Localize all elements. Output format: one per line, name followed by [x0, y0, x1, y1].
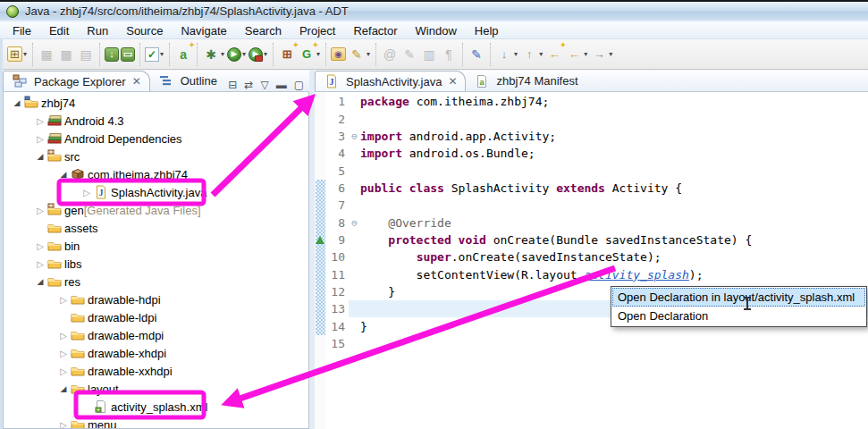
menu-item-help[interactable]: Help — [466, 23, 508, 38]
code-line[interactable]: 8⊖ @Override — [326, 214, 868, 231]
expand-arrow-icon[interactable]: ▷ — [34, 259, 46, 269]
expand-arrow-icon[interactable]: ▷ — [80, 188, 93, 198]
new-java-project-icon[interactable]: ⊞ — [278, 46, 296, 63]
code-line[interactable]: 9 protected void onCreate(Bundle savedIn… — [326, 231, 868, 248]
search-icon[interactable]: ✎ — [348, 46, 366, 63]
view-menu-icon[interactable]: ▽ — [260, 79, 268, 91]
expand-arrow-icon[interactable]: ▷ — [57, 331, 70, 341]
collapse-arrow-icon[interactable]: ◢ — [34, 152, 46, 161]
tree-item-bin[interactable]: ▷bin — [4, 237, 308, 255]
tree-item-android-dependencies[interactable]: ▷Android Dependencies — [4, 130, 308, 147]
menu-item-project[interactable]: Project — [291, 23, 344, 38]
editor-tab-splashactivity-java[interactable]: JSplashActivity.java✕ — [315, 71, 466, 91]
collapse-arrow-icon[interactable]: ◢ — [57, 170, 70, 179]
tree-item-drawable-xhdpi[interactable]: ▷drawable-xhdpi — [4, 344, 308, 362]
tree-item-drawable-hdpi[interactable]: ▷drawable-hdpi — [4, 290, 308, 308]
run-junit-test-icon[interactable]: ✓ — [145, 47, 159, 62]
collapse-all-icon[interactable]: ⊟ — [228, 79, 237, 91]
tree-item-libs[interactable]: ▷libs — [4, 255, 308, 273]
new-wizard-icon[interactable]: ⊞ — [7, 46, 22, 62]
code-hyperlink-activity-splash[interactable]: activity_splash — [584, 268, 688, 282]
run-external-tools-icon[interactable]: ▶ — [249, 47, 263, 62]
collapse-arrow-icon[interactable]: ◢ — [34, 277, 46, 286]
tree-item-layout[interactable]: ◢layout — [4, 380, 308, 398]
forward-icon[interactable]: → — [590, 46, 608, 63]
code-line[interactable]: 2 — [326, 110, 868, 127]
save-icon[interactable]: ▦ — [38, 46, 55, 63]
expand-arrow-icon[interactable]: ▷ — [57, 295, 70, 305]
expand-arrow-icon[interactable]: ▷ — [57, 420, 70, 429]
maximize-icon[interactable]: ▢ — [294, 79, 304, 91]
collapse-arrow-icon[interactable]: ◢ — [11, 98, 23, 107]
popup-item-open-declaration-in-layout-activity-spla[interactable]: Open Declaration in layout/activity_spla… — [612, 288, 865, 307]
tree-item-zhbj74[interactable]: ◢zhbj74 — [4, 94, 308, 112]
code-line[interactable]: 6public class SplashActivity extends Act… — [326, 180, 868, 197]
code-line[interactable]: 5 — [326, 162, 868, 179]
tree-item-com-itheima-zhbj74[interactable]: ◢com.itheima.zhbj74 — [4, 165, 308, 183]
tree-item-drawable-ldpi[interactable]: drawable-ldpi — [4, 308, 308, 326]
editor-code-area[interactable]: 1package com.itheima.zhbj74;23⊖import an… — [326, 93, 868, 429]
menu-item-run[interactable]: Run — [78, 23, 117, 38]
project-tree[interactable]: ◢zhbj74▷Android 4.3▷Android Dependencies… — [4, 92, 308, 429]
collapse-arrow-icon[interactable]: ◢ — [57, 384, 70, 393]
tree-item-gen[interactable]: ▷gen [Generated Java Files] — [4, 201, 308, 219]
view-tab-outline[interactable]: Outline — [150, 71, 225, 91]
expand-arrow-icon[interactable]: ▷ — [34, 206, 46, 215]
show-whitespace-icon[interactable]: ¶ — [440, 46, 458, 63]
tree-item-drawable-mdpi[interactable]: ▷drawable-mdpi — [4, 326, 308, 344]
save-all-icon[interactable]: ▩ — [57, 46, 75, 63]
expand-arrow-icon[interactable]: ▷ — [34, 241, 46, 251]
tree-item-activity-splash-xml[interactable]: activity_splash.xml — [4, 398, 308, 416]
minimize-icon[interactable]: ▬ — [276, 79, 287, 91]
expand-arrow-icon[interactable]: ▷ — [57, 366, 70, 376]
new-web-application-dropdown-icon[interactable]: ▾ — [316, 50, 320, 58]
fold-collapse-icon[interactable]: ⊖ — [349, 217, 360, 229]
tab-close-icon[interactable]: ✕ — [132, 75, 141, 88]
popup-item-open-declaration[interactable]: Open Declaration — [612, 307, 865, 325]
android-virtual-device-manager-icon[interactable]: ▭ — [121, 47, 135, 62]
expand-arrow-icon[interactable]: ▷ — [34, 134, 46, 144]
mark-occurrences-icon[interactable]: ✎ — [468, 46, 485, 63]
fold-collapse-icon[interactable]: ⊖ — [349, 130, 360, 142]
next-annotation-icon[interactable]: ↓ — [495, 46, 513, 63]
external-javadoc-icon[interactable]: @ — [381, 46, 399, 63]
tree-item-drawable-xxhdpi[interactable]: ▷drawable-xxhdpi — [4, 362, 308, 380]
forward-dropdown-icon[interactable]: ▾ — [609, 50, 612, 58]
run-junit-test-dropdown-icon[interactable]: ▾ — [160, 50, 164, 58]
menu-item-refactor[interactable]: Refactor — [344, 23, 406, 38]
tree-item-res[interactable]: ◢res — [4, 273, 308, 290]
back-icon[interactable]: ← — [565, 46, 583, 63]
run-external-tools-dropdown-icon[interactable]: ▾ — [264, 50, 267, 58]
open-type-icon[interactable]: ◉ — [331, 47, 346, 61]
menu-item-window[interactable]: Window — [407, 23, 466, 38]
expand-arrow-icon[interactable]: ▷ — [34, 116, 46, 126]
search-dropdown-icon[interactable]: ▾ — [367, 50, 370, 58]
code-line[interactable]: 15 — [326, 335, 868, 352]
previous-annotation-icon[interactable]: ↑ — [520, 46, 538, 63]
editor-tab-zhbj74-manifest[interactable]: azhbj74 Manifest — [466, 71, 586, 91]
tree-item-android-4-3[interactable]: ▷Android 4.3 — [4, 112, 308, 130]
back-dropdown-icon[interactable]: ▾ — [584, 50, 587, 58]
menu-item-navigate[interactable]: Navigate — [172, 23, 235, 38]
tree-item-src[interactable]: ◢src — [4, 147, 308, 165]
edit-icon[interactable]: ✎ — [400, 46, 418, 63]
new-android-application-icon[interactable]: a — [174, 46, 192, 63]
menu-item-source[interactable]: Source — [117, 23, 172, 38]
menu-item-edit[interactable]: Edit — [40, 23, 78, 38]
code-line[interactable]: 10 super.onCreate(savedInstanceState); — [326, 248, 868, 265]
menu-item-file[interactable]: File — [4, 23, 40, 38]
next-annotation-dropdown-icon[interactable]: ▾ — [514, 50, 518, 58]
last-edit-location-icon[interactable]: ← — [545, 46, 563, 63]
tab-close-icon[interactable]: ✕ — [448, 75, 457, 88]
new-wizard-dropdown-icon[interactable]: ▾ — [23, 50, 27, 58]
code-line[interactable]: 7 — [326, 197, 868, 214]
view-tab-package-explorer[interactable]: Package Explorer✕ — [3, 71, 150, 91]
code-editor[interactable]: 1package com.itheima.zhbj74;23⊖import an… — [315, 92, 868, 429]
link-with-editor-icon[interactable]: ⇄ — [244, 79, 253, 91]
code-line[interactable]: 1package com.itheima.zhbj74; — [326, 93, 868, 110]
code-line[interactable]: 11 setContentView(R.layout.activity_spla… — [326, 265, 868, 282]
run-icon[interactable]: ▶ — [227, 47, 241, 62]
tree-item-splashactivity-java[interactable]: ▷JSplashActivity.java — [4, 183, 308, 201]
run-dropdown-icon[interactable]: ▾ — [242, 50, 246, 58]
previous-annotation-dropdown-icon[interactable]: ▾ — [539, 50, 543, 58]
